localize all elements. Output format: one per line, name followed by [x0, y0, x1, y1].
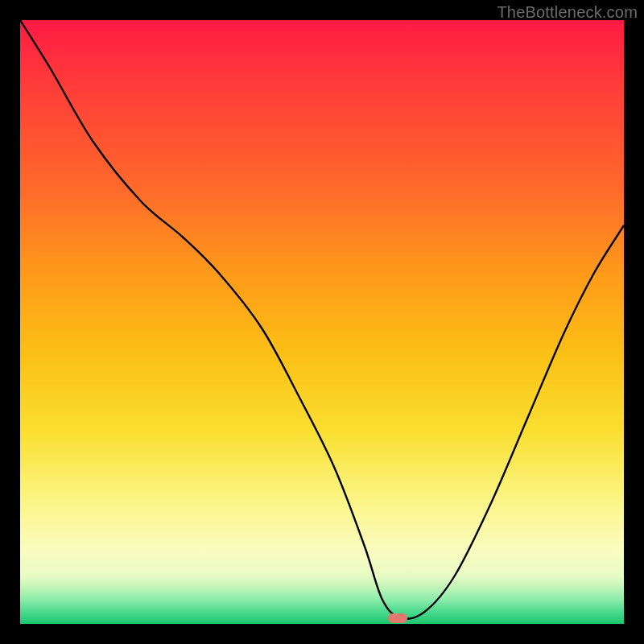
optimum-marker: [388, 613, 407, 623]
bottleneck-curve: [20, 20, 624, 624]
plot-area: [20, 20, 624, 624]
chart-frame: TheBottleneck.com: [0, 0, 644, 644]
watermark-text: TheBottleneck.com: [497, 3, 638, 22]
